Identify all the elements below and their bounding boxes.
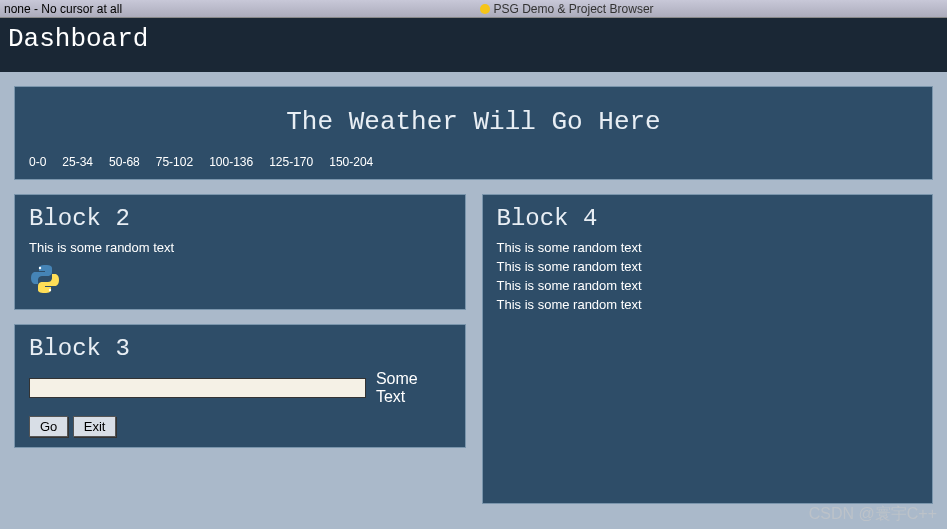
weather-panel: The Weather Will Go Here 0-0 25-34 50-68… xyxy=(14,86,933,180)
svg-point-1 xyxy=(49,289,51,291)
block-3-panel: Block 3 Some Text Go Exit xyxy=(14,324,466,448)
block-4-line: This is some random text xyxy=(497,259,919,274)
window-titlebar: none - No cursor at all PSG Demo & Proje… xyxy=(0,0,947,18)
go-button[interactable]: Go xyxy=(29,416,68,437)
block-4-line: This is some random text xyxy=(497,297,919,312)
exit-button[interactable]: Exit xyxy=(73,416,117,437)
page-header: Dashboard xyxy=(0,18,947,72)
lightbulb-icon xyxy=(480,4,490,14)
python-icon xyxy=(29,263,451,299)
range-item: 0-0 xyxy=(29,155,46,169)
range-item: 50-68 xyxy=(109,155,140,169)
block-2-panel: Block 2 This is some random text xyxy=(14,194,466,310)
block-3-title: Block 3 xyxy=(29,335,451,362)
range-item: 150-204 xyxy=(329,155,373,169)
page-title: Dashboard xyxy=(8,24,148,54)
titlebar-left-text: none - No cursor at all xyxy=(0,2,472,16)
weather-title: The Weather Will Go Here xyxy=(29,107,918,137)
weather-ranges: 0-0 25-34 50-68 75-102 100-136 125-170 1… xyxy=(29,155,918,169)
block-4-line: This is some random text xyxy=(497,240,919,255)
block-4-title: Block 4 xyxy=(497,205,919,232)
titlebar-right-text: PSG Demo & Project Browser xyxy=(494,2,654,16)
range-item: 75-102 xyxy=(156,155,193,169)
block-4-line: This is some random text xyxy=(497,278,919,293)
range-item: 25-34 xyxy=(62,155,93,169)
block-3-input[interactable] xyxy=(29,378,366,398)
block-4-panel: Block 4 This is some random text This is… xyxy=(482,194,934,504)
titlebar-right: PSG Demo & Project Browser xyxy=(472,2,948,16)
range-item: 100-136 xyxy=(209,155,253,169)
range-item: 125-170 xyxy=(269,155,313,169)
svg-point-0 xyxy=(39,267,41,269)
block-3-label: Some Text xyxy=(376,370,451,406)
block-2-title: Block 2 xyxy=(29,205,451,232)
block-2-text: This is some random text xyxy=(29,240,451,255)
